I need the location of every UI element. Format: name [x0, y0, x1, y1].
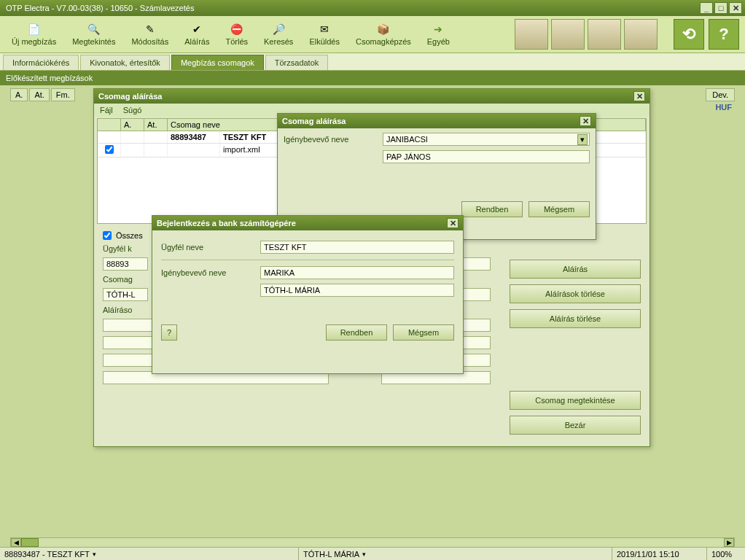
thumb-image[interactable]: [588, 19, 621, 50]
toolbar-new[interactable]: 📄Új megbízás: [6, 21, 62, 47]
subheader: Előkészített megbízások: [0, 71, 745, 85]
help-button[interactable]: ?: [161, 324, 177, 341]
status-user[interactable]: TÓTH-L MÁRIA: [299, 548, 612, 560]
dialog-title: Csomag aláírása: [282, 117, 580, 125]
currency-label: HUF: [715, 103, 732, 112]
package-icon: 📦: [377, 23, 390, 36]
scroll-left-icon[interactable]: ◀: [11, 538, 21, 547]
delete-signature-button[interactable]: Aláírás törlése: [510, 309, 641, 328]
toolbar-other[interactable]: ➔Egyéb: [421, 21, 456, 47]
close-icon[interactable]: ✕: [447, 218, 459, 228]
scroll-thumb[interactable]: [21, 538, 39, 547]
tab-masterdata[interactable]: Törzsadatok: [265, 55, 329, 70]
col-fm[interactable]: Fm.: [51, 88, 75, 101]
arrow-right-icon: ➔: [432, 23, 445, 36]
row-checkbox[interactable]: [105, 145, 114, 154]
select-all-label: Összes: [116, 231, 143, 240]
bg-column-headers: A. At. Fm.: [10, 88, 75, 101]
scroll-right-icon[interactable]: ▶: [724, 538, 734, 547]
help-button[interactable]: ?: [709, 19, 739, 50]
thumb-image[interactable]: [515, 19, 548, 50]
grid-col-at[interactable]: At.: [144, 119, 168, 131]
toolbar-delete[interactable]: ⛔Törlés: [219, 21, 254, 47]
thumbnail-strip: [515, 19, 658, 50]
thumb-image[interactable]: [624, 19, 658, 50]
menu-file[interactable]: Fájl: [100, 106, 113, 114]
cancel-button[interactable]: Mégsem: [528, 201, 590, 217]
status-datetime: 2019/11/01 15:10: [612, 548, 707, 560]
thumb-image[interactable]: [551, 19, 585, 50]
toolbar-sign[interactable]: ✔Aláírás: [179, 21, 215, 47]
ok-button[interactable]: Rendben: [461, 201, 523, 217]
new-icon: 📄: [28, 23, 41, 36]
menu-help[interactable]: Súgó: [123, 106, 142, 114]
sign-icon: ✔: [190, 23, 203, 36]
num-input[interactable]: 88893: [103, 257, 148, 271]
chevron-down-icon[interactable]: ▾: [577, 134, 588, 145]
user-dropdown[interactable]: JANIBACSI ▾: [383, 133, 590, 146]
main-toolbar: 📄Új megbízás 🔍Megtekintés ✎Módosítás ✔Al…: [0, 16, 745, 53]
close-icon[interactable]: ✕: [633, 91, 645, 101]
tab-info[interactable]: Információkérés: [3, 55, 79, 70]
toth-input[interactable]: TÓTH-L: [103, 288, 148, 301]
user-short-input[interactable]: MARIKA: [260, 266, 454, 279]
search-icon: 🔎: [272, 23, 285, 36]
select-all-checkbox[interactable]: [103, 231, 112, 240]
cancel-button[interactable]: Mégsem: [393, 324, 454, 341]
tab-packages[interactable]: Megbízás csomagok: [171, 55, 264, 70]
status-bar: 88893487 - TESZT KFT TÓTH-L MÁRIA 2019/1…: [0, 547, 745, 560]
view-icon: 🔍: [87, 23, 101, 36]
maximize-button[interactable]: □: [714, 2, 728, 14]
user-fullname: PAP JÁNOS: [383, 150, 590, 163]
toolbar-package[interactable]: 📦Csomagképzés: [350, 21, 417, 47]
window-title: OTP Electra - V7.00-03(38) - 10650 - Szá…: [3, 4, 700, 12]
tab-bar: Információkérés Kivonatok, értesítők Meg…: [0, 53, 745, 71]
toolbar-search[interactable]: 🔎Keresés: [258, 21, 299, 47]
tab-statements[interactable]: Kivonatok, értesítők: [80, 55, 170, 70]
titlebar: OTP Electra - V7.00-03(38) - 10650 - Szá…: [0, 0, 745, 16]
horizontal-scrollbar[interactable]: ◀ ▶: [10, 537, 735, 548]
status-account[interactable]: 88893487 - TESZT KFT: [0, 548, 299, 560]
dialog-title: Csomag aláírása: [98, 92, 633, 101]
grid-col-a[interactable]: A.: [121, 119, 144, 131]
user-label: Igénybevevő neve: [284, 135, 378, 144]
close-button[interactable]: ✕: [729, 2, 742, 14]
main-area: A. At. Fm. Dev. HUF Csomag aláírása ✕ Fá…: [0, 85, 745, 549]
col-dev[interactable]: Dev.: [706, 88, 735, 101]
delete-icon: ⛔: [230, 23, 243, 36]
toolbar-modify[interactable]: ✎Módosítás: [125, 21, 174, 47]
sign-button[interactable]: Aláírás: [510, 260, 641, 279]
dialog-login: Bejelentkezés a bank számítógépére ✕ Ügy…: [152, 215, 464, 374]
grid-col-chk[interactable]: [98, 119, 121, 131]
edit-icon: ✎: [144, 23, 157, 36]
client-name-input[interactable]: TESZT KFT: [260, 241, 454, 254]
minimize-button[interactable]: _: [700, 2, 713, 14]
client-name-label: Ügyfél neve: [161, 243, 256, 252]
ok-button[interactable]: Rendben: [326, 324, 387, 341]
toolbar-send[interactable]: ✉Elküldés: [303, 21, 346, 47]
status-zoom: 100%: [707, 548, 745, 560]
toolbar-view[interactable]: 🔍Megtekintés: [66, 21, 121, 47]
user-name-label: Igénybevevő neve: [161, 268, 256, 277]
col-a[interactable]: A.: [10, 88, 28, 101]
mail-icon: ✉: [318, 23, 331, 36]
close-icon[interactable]: ✕: [580, 116, 591, 126]
refresh-button[interactable]: ⟲: [674, 19, 704, 50]
col-at[interactable]: At.: [29, 88, 49, 101]
close-button[interactable]: Bezár: [510, 416, 641, 435]
delete-signatures-button[interactable]: Aláírások törlése: [510, 284, 641, 303]
view-package-button[interactable]: Csomag megtekintése: [510, 391, 641, 410]
dialog-title: Bejelentkezés a bank számítógépére: [157, 219, 447, 228]
user-full-input: TÓTH-L MÁRIA: [260, 284, 454, 297]
